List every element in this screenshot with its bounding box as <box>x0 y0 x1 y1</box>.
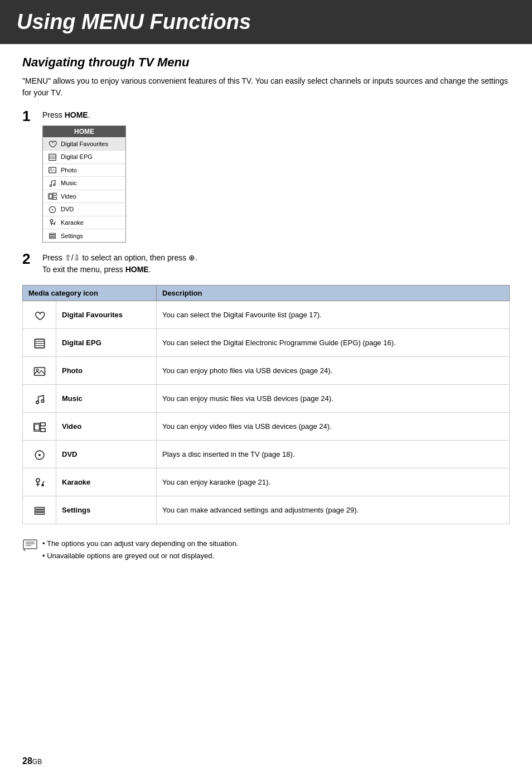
step-1-text: Press HOME. <box>42 110 90 119</box>
step-1-content: Press HOME. HOME Digital Favourites <box>42 109 510 243</box>
note-content: • The options you can adjust vary depend… <box>42 538 238 562</box>
karaoke-name-cell: Karaoke <box>56 468 157 496</box>
table-row-epg: Digital EPG You can select the Digital E… <box>23 329 510 357</box>
home-menu-item-photo: Photo <box>43 164 125 177</box>
dvd-icon-cell <box>23 441 56 468</box>
svg-rect-33 <box>35 425 39 430</box>
photo-menu-icon <box>47 166 57 175</box>
svg-line-42 <box>42 481 43 484</box>
svg-point-29 <box>36 369 38 371</box>
table-col2-header: Description <box>157 286 510 301</box>
music-icon-cell <box>23 385 56 413</box>
photo-desc-cell: You can enjoy photo files via USB device… <box>157 357 510 385</box>
note-line-2: • Unavailable options are greyed out or … <box>42 550 238 562</box>
svg-rect-28 <box>34 368 45 375</box>
svg-rect-34 <box>40 423 45 427</box>
home-menu-item-favourites: Digital Favourites <box>43 137 125 151</box>
settings-menu-label: Settings <box>61 233 83 239</box>
svg-rect-35 <box>40 429 45 432</box>
video-menu-icon <box>47 192 57 201</box>
table-row-video: Video You can enjoy video files via USB … <box>23 413 510 441</box>
settings-name-cell: Settings <box>56 496 157 524</box>
settings-desc-cell: You can make advanced settings and adjus… <box>157 496 510 524</box>
home-menu-mockup: HOME Digital Favourites <box>42 125 126 243</box>
svg-rect-19 <box>49 233 55 234</box>
svg-rect-44 <box>35 510 44 512</box>
step-2: 2 Press ⇧/⇩ to select an option, then pr… <box>22 252 510 274</box>
svg-point-30 <box>36 402 38 404</box>
favourites-menu-label: Digital Favourites <box>61 141 108 147</box>
svg-point-41 <box>41 484 44 487</box>
note-section: • The options you can adjust vary depend… <box>22 538 510 562</box>
home-menu-item-epg: Digital EPG <box>43 151 125 164</box>
svg-rect-20 <box>49 235 55 236</box>
svg-rect-4 <box>49 167 56 173</box>
svg-line-18 <box>54 222 55 223</box>
step-2-number: 2 <box>22 252 38 266</box>
table-row-music: Music You can enjoy music files via USB … <box>23 385 510 413</box>
svg-rect-10 <box>53 194 56 196</box>
svg-rect-9 <box>49 195 52 198</box>
photo-name-cell: Photo <box>56 357 157 385</box>
section-title: Navigating through TV Menu <box>22 55 510 70</box>
music-menu-icon <box>47 178 57 188</box>
intro-text: "MENU" allows you to enjoy various conve… <box>22 75 510 99</box>
table-row-photo: Photo You can enjoy photo files via USB … <box>23 357 510 385</box>
video-menu-label: Video <box>61 193 76 200</box>
page-footer: 28GB <box>22 756 42 766</box>
epg-menu-label: Digital EPG <box>61 153 93 160</box>
epg-menu-icon <box>47 152 57 162</box>
favourites-icon-cell <box>23 301 56 329</box>
svg-point-5 <box>50 168 51 170</box>
dvd-menu-label: DVD <box>61 206 74 212</box>
epg-name-cell: Digital EPG <box>56 329 157 357</box>
note-icon <box>22 539 38 554</box>
photo-menu-label: Photo <box>61 167 77 173</box>
svg-point-14 <box>50 220 53 223</box>
video-icon-cell <box>23 413 56 441</box>
table-row-favourites: Digital Favourites You can select the Di… <box>23 301 510 329</box>
page-suffix: GB <box>32 758 42 766</box>
dvd-desc-cell: Plays a disc inserted in the TV (page 18… <box>157 441 510 468</box>
home-menu-item-dvd: DVD <box>43 203 125 216</box>
svg-point-17 <box>54 223 55 225</box>
video-name-cell: Video <box>56 413 157 441</box>
favourites-name-cell: Digital Favourites <box>56 301 157 329</box>
karaoke-desc-cell: You can enjoy karaoke (page 21). <box>157 468 510 496</box>
svg-point-13 <box>52 209 53 210</box>
music-name-cell: Music <box>56 385 157 413</box>
svg-point-7 <box>54 183 55 185</box>
svg-rect-45 <box>35 513 44 515</box>
music-desc-cell: You can enjoy music files via USB device… <box>157 385 510 413</box>
table-row-settings: Settings You can make advanced settings … <box>23 496 510 524</box>
page-header: Using MENU Functions <box>0 0 532 44</box>
epg-icon-cell <box>23 329 56 357</box>
settings-icon-cell <box>23 496 56 524</box>
dvd-name-cell: DVD <box>56 441 157 468</box>
svg-rect-43 <box>35 508 44 509</box>
svg-point-6 <box>50 185 51 186</box>
table-row-karaoke: Karaoke You can enjoy karaoke (page 21). <box>23 468 510 496</box>
video-desc-cell: You can enjoy video files via USB device… <box>157 413 510 441</box>
epg-desc-cell: You can select the Digital Electronic Pr… <box>157 329 510 357</box>
home-menu-item-settings: Settings <box>43 229 125 242</box>
svg-rect-11 <box>53 197 56 200</box>
step-1: 1 Press HOME. HOME Digital Favourites <box>22 109 510 243</box>
page-number: 28 <box>22 756 32 766</box>
favourites-menu-icon <box>47 139 57 148</box>
svg-point-31 <box>41 400 44 403</box>
karaoke-menu-label: Karaoke <box>61 219 84 226</box>
step-2-subtext: To exit the menu, press HOME. <box>42 265 510 274</box>
svg-point-38 <box>36 479 39 482</box>
note-line-1: • The options you can adjust vary depend… <box>42 538 238 550</box>
home-menu-item-karaoke: Karaoke <box>43 216 125 230</box>
music-menu-label: Music <box>61 180 77 186</box>
karaoke-menu-icon <box>47 218 57 228</box>
settings-menu-icon <box>47 231 57 240</box>
dvd-menu-icon <box>47 205 57 214</box>
table-row-dvd: DVD Plays a disc inserted in the TV (pag… <box>23 441 510 468</box>
media-table: Media category icon Description Digital … <box>22 285 510 524</box>
step-2-content: Press ⇧/⇩ to select an option, then pres… <box>42 252 510 274</box>
photo-icon-cell <box>23 357 56 385</box>
svg-rect-21 <box>49 237 55 238</box>
